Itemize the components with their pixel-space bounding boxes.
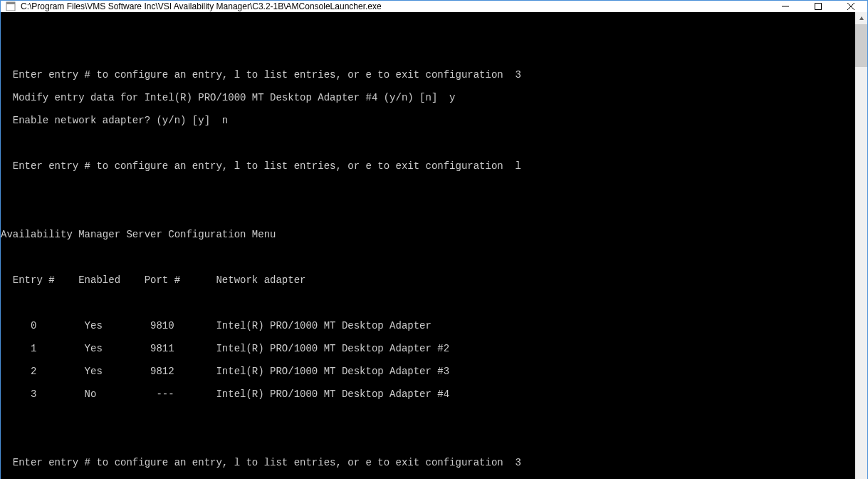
svg-marker-6 — [859, 16, 864, 20]
vertical-scrollbar[interactable] — [855, 12, 867, 479]
titlebar[interactable]: C:\Program Files\VMS Software Inc\VSI Av… — [1, 1, 867, 12]
blank-line — [1, 183, 855, 195]
app-window: C:\Program Files\VMS Software Inc\VSI Av… — [0, 0, 868, 479]
maximize-button[interactable] — [802, 1, 835, 12]
table-row: 0 Yes 9810 Intel(R) PRO/1000 MT Desktop … — [1, 320, 855, 331]
prompt-line: Enter entry # to configure an entry, l t… — [1, 160, 855, 172]
prompt-line: Enable network adapter? (y/n) [y] n — [1, 115, 855, 126]
blank-line — [1, 252, 855, 263]
blank-line — [1, 24, 855, 35]
console-area: Enter entry # to configure an entry, l t… — [1, 12, 867, 479]
svg-rect-3 — [815, 4, 822, 10]
prompt-line: Enter entry # to configure an entry, l t… — [1, 457, 855, 468]
app-icon — [5, 1, 16, 12]
blank-line — [1, 138, 855, 149]
scrollbar-track[interactable] — [855, 24, 867, 479]
blank-line — [1, 46, 855, 58]
table-row: 2 Yes 9812 Intel(R) PRO/1000 MT Desktop … — [1, 366, 855, 377]
window-title: C:\Program Files\VMS Software Inc\VSI Av… — [21, 1, 769, 11]
prompt-line: Enter entry # to configure an entry, l t… — [1, 69, 855, 81]
scrollbar-thumb[interactable] — [855, 24, 867, 67]
menu-title: Availability Manager Server Configuratio… — [1, 229, 855, 240]
blank-line — [1, 297, 855, 309]
svg-rect-1 — [6, 2, 15, 4]
prompt-line: Modify entry data for Intel(R) PRO/1000 … — [1, 92, 855, 103]
table-header: Entry # Enabled Port # Network adapter — [1, 274, 855, 286]
minimize-button[interactable] — [769, 1, 802, 12]
blank-line — [1, 411, 855, 423]
blank-line — [1, 434, 855, 445]
close-button[interactable] — [835, 1, 867, 12]
console-output[interactable]: Enter entry # to configure an entry, l t… — [1, 12, 855, 479]
scroll-up-arrow-icon[interactable] — [855, 12, 867, 24]
window-controls — [769, 1, 867, 12]
table-row: 1 Yes 9811 Intel(R) PRO/1000 MT Desktop … — [1, 343, 855, 354]
blank-line — [1, 206, 855, 217]
table-row: 3 No --- Intel(R) PRO/1000 MT Desktop Ad… — [1, 388, 855, 400]
